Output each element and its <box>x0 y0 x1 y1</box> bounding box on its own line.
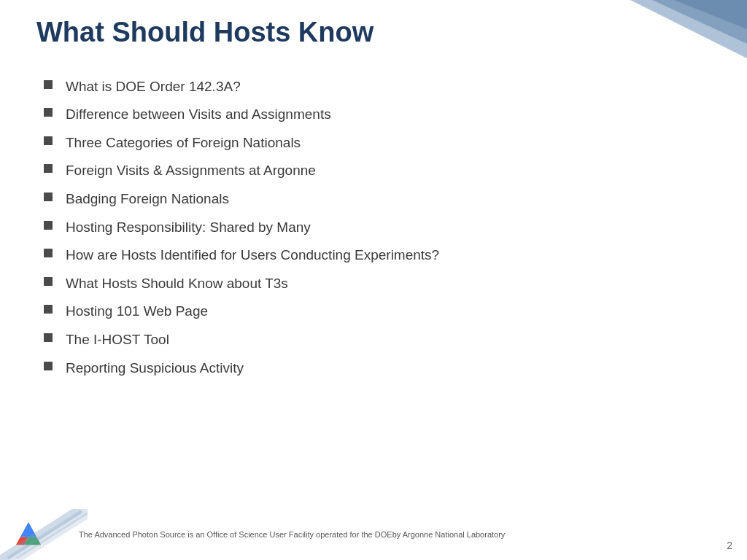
bullet-marker-icon <box>44 80 53 89</box>
bullet-marker-icon <box>44 164 53 173</box>
bullet-text: Hosting Responsibility: Shared by Many <box>66 218 311 238</box>
list-item: What is DOE Order 142.3A? <box>44 77 711 97</box>
list-item: Hosting 101 Web Page <box>44 302 711 322</box>
svg-line-4 <box>9 509 88 560</box>
list-item: What Hosts Should Know about T3s <box>44 274 711 294</box>
bullet-marker-icon <box>44 192 53 201</box>
list-item: Badging Foreign Nationals <box>44 190 711 209</box>
list-item: Hosting Responsibility: Shared by Many <box>44 218 711 238</box>
list-item: Three Categories of Foreign Nationals <box>44 133 711 153</box>
bullet-marker-icon <box>44 333 53 342</box>
bullet-text: Badging Foreign Nationals <box>66 190 229 209</box>
list-item: How are Hosts Identified for Users Condu… <box>44 246 711 265</box>
slide-content: What Should Hosts Know What is DOE Order… <box>0 0 747 378</box>
slide-footer: The Advanced Photon Source is an Office … <box>0 509 747 560</box>
bullet-text: How are Hosts Identified for Users Condu… <box>66 246 439 265</box>
bullet-text: Difference between Visits and Assignment… <box>66 105 331 125</box>
bullet-list: What is DOE Order 142.3A?Difference betw… <box>36 77 711 378</box>
bullet-marker-icon <box>44 221 53 230</box>
list-item: Difference between Visits and Assignment… <box>44 105 711 125</box>
footer-text: The Advanced Photon Source is an Office … <box>79 530 505 539</box>
page-number: 2 <box>727 540 732 551</box>
list-item: The I-HOST Tool <box>44 330 711 350</box>
bullet-text: Three Categories of Foreign Nationals <box>66 133 301 153</box>
list-item: Foreign Visits & Assignments at Argonne <box>44 161 711 181</box>
svg-line-3 <box>0 509 80 560</box>
bullet-marker-icon <box>44 362 53 370</box>
bullet-marker-icon <box>44 305 53 314</box>
bullet-marker-icon <box>44 108 53 117</box>
footer-lines-decoration <box>0 509 88 560</box>
bullet-text: What Hosts Should Know about T3s <box>66 274 288 294</box>
bullet-text: Reporting Suspicious Activity <box>66 359 244 378</box>
bullet-marker-icon <box>44 136 53 145</box>
slide-title: What Should Hosts Know <box>36 16 711 50</box>
list-item: Reporting Suspicious Activity <box>44 359 711 378</box>
bullet-marker-icon <box>44 277 53 286</box>
bullet-text: What is DOE Order 142.3A? <box>66 77 241 97</box>
bullet-text: Hosting 101 Web Page <box>66 302 208 322</box>
bullet-text: The I-HOST Tool <box>66 330 169 350</box>
bullet-text: Foreign Visits & Assignments at Argonne <box>66 161 316 181</box>
bullet-marker-icon <box>44 249 53 257</box>
